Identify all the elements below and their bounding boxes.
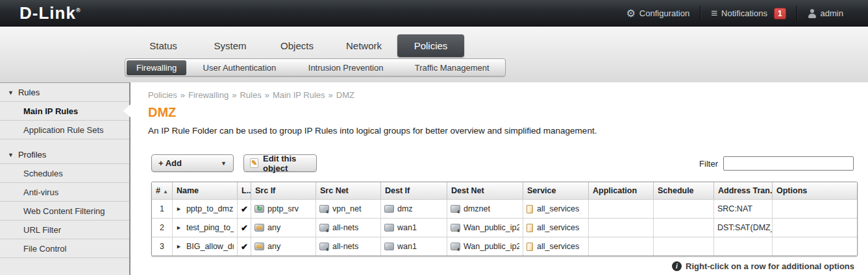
sidebar-item-label: Main IP Rules [23,106,78,116]
user-menu[interactable]: admin [808,8,843,18]
main-tabs: Status System Objects Network Policies [130,34,464,57]
table-row[interactable]: 3 ►BIG_allow_dmz ✔ any 4all-nets wan1 4W… [152,237,857,256]
column-header-name[interactable]: Name [173,182,238,199]
dest-if-value: wan1 [397,223,417,232]
chevron-down-icon: ▼ [221,160,227,167]
cell-log: ✔ [238,199,251,218]
sidebar-item-application-rule-sets[interactable]: Application Rule Sets [0,121,129,139]
dest-net-value: Wan_public_ip2 [464,223,519,232]
column-header-dest-net[interactable]: Dest Net [447,182,523,199]
cell-dest-if: wan1 [381,237,447,256]
collapse-arrow-icon: ▼ [8,90,14,96]
topbar-divider [797,6,797,21]
table-row[interactable]: 2 ►test_ping_to_dm ✔ any 4all-nets wan1 … [152,218,857,237]
breadcrumb-main-ip-rules[interactable]: Main IP Rules [273,90,325,100]
subtab-firewalling[interactable]: Firewalling [127,60,186,75]
sidebar-item-url-filter[interactable]: URL Filter [0,221,129,239]
any-interface-icon [254,243,264,250]
dest-net-value: Wan_public_ip2 [464,242,519,251]
sidebar-item-file-control[interactable]: File Control [0,239,129,258]
column-header-application[interactable]: Application [589,182,654,199]
tab-system[interactable]: System [197,34,264,57]
page-description: An IP Rule Folder can be used to group I… [148,126,597,136]
edit-object-button[interactable]: ✎ Edit this object [243,154,317,172]
ip-rules-table: #▲ Name L... Src If Src Net Dest If Dest… [151,182,858,256]
dest-if-value: wan1 [397,242,417,251]
sidebar-item-label: File Control [23,244,66,254]
page-title: DMZ [148,105,176,120]
service-value: all_services [537,204,579,213]
gear-icon: ⚙ [626,8,635,19]
any-interface-icon [254,224,264,232]
column-header-src-if[interactable]: Src If [251,182,316,199]
src-if-value: pptp_srv [267,204,299,213]
src-if-value: any [267,242,280,251]
cell-address-translation [714,237,773,256]
cell-src-net: 4all-nets [316,237,381,256]
sidebar-section-profiles[interactable]: ▼ Profiles [0,145,129,164]
service-icon [527,205,533,213]
rule-name: test_ping_to_dm [186,223,234,232]
sidebar-item-label: Anti-virus [23,187,58,197]
expand-arrow-icon[interactable]: ► [176,224,182,231]
rule-name: BIG_allow_dmz [186,242,234,251]
src-if-value: any [267,223,280,232]
add-button-label: + Add [158,158,182,168]
expand-arrow-icon[interactable]: ► [176,243,182,250]
registered-mark: ® [76,7,81,14]
check-icon: ✔ [241,223,247,233]
cell-dest-net: 4Wan_public_ip2 [447,237,523,256]
src-net-value: all-nets [332,242,358,251]
add-button[interactable]: + Add ▼ [151,154,234,172]
configuration-menu[interactable]: ⚙ Configuration [626,8,689,19]
column-header-address-translation[interactable]: Address Tran... [714,182,773,199]
collapse-arrow-icon: ▼ [8,152,14,158]
breadcrumb-policies[interactable]: Policies [148,90,177,100]
cell-schedule [654,237,714,256]
subtab-user-authentication[interactable]: User Authentication [186,63,293,73]
sidebar-item-anti-virus[interactable]: Anti-virus [0,183,129,202]
expand-arrow-icon[interactable]: ► [176,206,182,212]
tab-status[interactable]: Status [130,34,197,57]
subtab-intrusion-prevention[interactable]: Intrusion Prevention [293,63,399,73]
tab-policies[interactable]: Policies [397,34,464,57]
user-icon [808,9,817,18]
info-icon: i [672,261,682,271]
tab-network[interactable]: Network [330,34,397,57]
breadcrumb-rules[interactable]: Rules [240,90,261,100]
column-header-number[interactable]: #▲ [152,182,173,199]
column-header-log[interactable]: L... [238,182,251,199]
cell-service: all_services [523,237,589,256]
table-row[interactable]: 1 ►pptp_to_dmz ✔ ↻pptp_srv 4vpn_net dmz … [152,199,857,218]
breadcrumb-current: DMZ [336,90,354,100]
breadcrumb-firewalling[interactable]: Firewalling [188,90,229,100]
sidebar-section-rules[interactable]: ▼ Rules [0,83,129,102]
sidebar-item-main-ip-rules[interactable]: Main IP Rules [0,102,129,121]
subtab-traffic-management[interactable]: Traffic Management [399,63,505,73]
column-label: # [156,186,160,195]
sidebar-item-web-content-filtering[interactable]: Web Content Filtering [0,202,129,221]
sidebar-item-label: URL Filter [23,225,61,235]
column-header-service[interactable]: Service [523,182,589,199]
tab-objects[interactable]: Objects [264,34,330,57]
notifications-menu[interactable]: ≡ Notifications 1 [711,8,786,19]
cell-name[interactable]: ►BIG_allow_dmz [173,237,238,256]
column-header-dest-if[interactable]: Dest If [381,182,447,199]
sidebar-item-schedules[interactable]: Schedules [0,164,129,183]
username-label: admin [821,8,843,18]
logo-text: D-Link [19,3,76,23]
cell-service: all_services [523,218,589,237]
sidebar: ▼ Rules Main IP Rules Application Rule S… [0,82,130,275]
cell-name[interactable]: ►test_ping_to_dm [173,218,238,237]
column-header-src-net[interactable]: Src Net [316,182,381,199]
filter-input[interactable] [723,156,854,171]
top-bar-menu: ⚙ Configuration ≡ Notifications 1 admin [626,0,843,27]
column-header-schedule[interactable]: Schedule [654,182,714,199]
rule-name: pptp_to_dmz [186,204,233,213]
pencil-icon: ✎ [250,158,258,168]
ethernet-interface-icon [384,224,394,232]
column-header-options[interactable]: Options [773,182,857,199]
cell-src-if: any [251,237,316,256]
cell-name[interactable]: ►pptp_to_dmz [173,199,238,218]
cell-schedule [654,199,714,218]
